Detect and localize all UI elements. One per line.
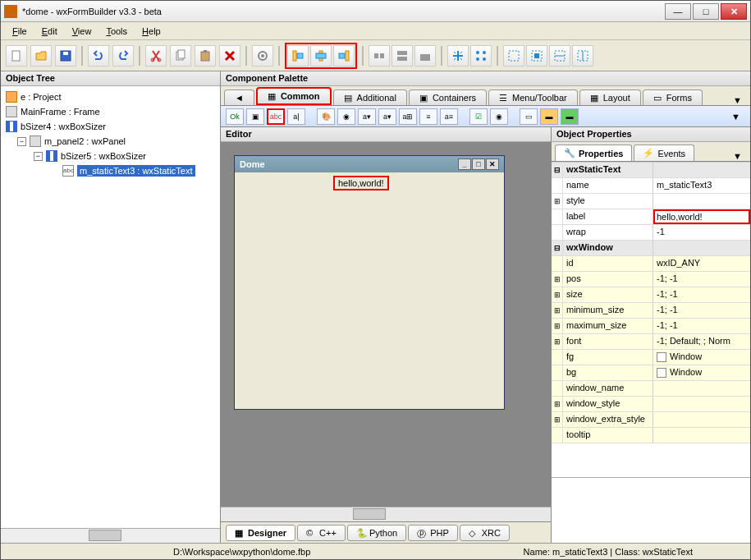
tree-node-frame[interactable]: MainFrame : Frame bbox=[2, 104, 218, 119]
layout-btn-3[interactable] bbox=[414, 45, 436, 67]
form-body[interactable]: hello,world! bbox=[235, 172, 504, 409]
form-min-icon[interactable]: _ bbox=[458, 158, 471, 170]
tab-designer[interactable]: ▦Designer bbox=[226, 525, 295, 541]
prop-fg-value[interactable]: Window bbox=[653, 350, 750, 365]
tree-hscrollbar[interactable] bbox=[1, 528, 220, 543]
copy-button[interactable] bbox=[170, 45, 191, 67]
tree-node-panel2[interactable]: −m_panel2 : wxPanel bbox=[2, 134, 218, 149]
layout-btn-1[interactable] bbox=[369, 45, 390, 67]
tab-cpp[interactable]: ©C++ bbox=[297, 525, 346, 541]
prop-id-value[interactable]: wxID_ANY bbox=[653, 256, 750, 271]
pal-more[interactable]: ▼ bbox=[726, 112, 745, 122]
editor-hscrollbar[interactable] bbox=[221, 507, 551, 521]
pal-btn-textctrl[interactable]: a| bbox=[287, 108, 305, 125]
prop-tooltip-value[interactable] bbox=[653, 428, 750, 443]
prop-style-value[interactable] bbox=[653, 194, 750, 209]
property-grid[interactable]: ⊟wxStaticText namem_staticText3 ⊞style l… bbox=[552, 162, 750, 477]
pal-btn-8[interactable]: a⊞ bbox=[399, 108, 417, 125]
undo-button[interactable] bbox=[88, 45, 109, 67]
tab-common[interactable]: ▦Common bbox=[256, 87, 332, 105]
prop-wextra-value[interactable] bbox=[653, 412, 750, 427]
expand-icon[interactable]: ⊞ bbox=[552, 194, 563, 209]
new-button[interactable] bbox=[6, 45, 27, 67]
tab-layout[interactable]: ▦Layout bbox=[579, 90, 641, 105]
tab-python[interactable]: 🐍Python bbox=[347, 525, 406, 541]
pal-btn-12[interactable]: ◉ bbox=[490, 108, 508, 125]
prop-min-value[interactable]: -1; -1 bbox=[653, 303, 750, 318]
save-button[interactable] bbox=[55, 45, 76, 67]
pal-btn-bitmap[interactable]: ▣ bbox=[246, 108, 264, 125]
form-window[interactable]: Dome _ □ ✕ hello,world! bbox=[234, 155, 505, 410]
pal-btn-7[interactable]: a▾ bbox=[378, 108, 396, 125]
menu-file[interactable]: FFileile bbox=[6, 25, 34, 38]
border-btn-2[interactable] bbox=[526, 45, 547, 67]
align-right-button[interactable] bbox=[333, 45, 355, 67]
align-center-button[interactable] bbox=[310, 45, 332, 67]
prop-wrap-value[interactable]: -1 bbox=[653, 225, 750, 240]
prop-wstyle-value[interactable] bbox=[653, 397, 750, 411]
tab-events[interactable]: ⚡Events bbox=[634, 145, 694, 161]
pal-btn-4[interactable]: 🎨 bbox=[317, 108, 335, 125]
tree-node-sizer5[interactable]: −bSizer5 : wxBoxSizer bbox=[2, 149, 218, 163]
close-button[interactable]: ✕ bbox=[721, 3, 747, 20]
tab-xrc[interactable]: ◇XRC bbox=[460, 525, 510, 541]
border-btn-4[interactable] bbox=[572, 45, 593, 67]
expand-icon[interactable]: ⊞ bbox=[552, 303, 563, 318]
tree-node-project[interactable]: e : Project bbox=[2, 90, 218, 104]
menu-view[interactable]: View bbox=[66, 25, 98, 38]
prop-name-value[interactable]: m_staticText3 bbox=[653, 178, 750, 193]
expand-btn-1[interactable] bbox=[447, 45, 469, 67]
maximize-button[interactable]: □ bbox=[693, 3, 719, 20]
open-button[interactable] bbox=[30, 45, 52, 67]
delete-button[interactable] bbox=[219, 45, 240, 67]
pal-btn-ok[interactable]: Ok bbox=[226, 108, 244, 125]
cut-button[interactable] bbox=[145, 45, 167, 67]
paste-button[interactable] bbox=[195, 45, 216, 67]
tab-back[interactable]: ◄ bbox=[224, 90, 254, 105]
prop-font-value[interactable]: -1; Default; ; Norm bbox=[653, 334, 750, 349]
tab-properties[interactable]: 🔧Properties bbox=[555, 145, 632, 161]
border-btn-3[interactable] bbox=[549, 45, 570, 67]
expand-icon[interactable]: ⊞ bbox=[552, 412, 563, 427]
collapse-icon[interactable]: − bbox=[34, 152, 43, 161]
prop-bg-value[interactable]: Window bbox=[653, 365, 750, 380]
collapse-icon[interactable]: ⊟ bbox=[552, 163, 563, 177]
prop-label-value[interactable]: hello,world! bbox=[653, 209, 750, 224]
tab-additional[interactable]: ▤Additional bbox=[333, 90, 407, 105]
align-left-button[interactable] bbox=[287, 45, 309, 67]
form-max-icon[interactable]: □ bbox=[472, 158, 485, 170]
expand-icon[interactable]: ⊞ bbox=[552, 287, 563, 302]
pal-btn-13[interactable]: ▭ bbox=[520, 108, 538, 125]
pal-btn-14[interactable]: ▬ bbox=[540, 108, 558, 125]
object-tree[interactable]: e : Project MainFrame : Frame bSizer4 : … bbox=[1, 86, 220, 528]
prop-max-value[interactable]: -1; -1 bbox=[653, 319, 750, 333]
settings-button[interactable] bbox=[252, 45, 273, 67]
tree-node-sizer4[interactable]: bSizer4 : wxBoxSizer bbox=[2, 119, 218, 134]
layout-btn-2[interactable] bbox=[392, 45, 413, 67]
static-text-control[interactable]: hello,world! bbox=[333, 176, 389, 190]
prop-size-value[interactable]: -1; -1 bbox=[653, 287, 750, 302]
pal-btn-11[interactable]: ☑ bbox=[469, 108, 488, 125]
menu-edit[interactable]: Edit bbox=[35, 25, 64, 38]
menu-tools[interactable]: Tools bbox=[99, 25, 134, 38]
proptab-more[interactable]: ▼ bbox=[728, 151, 747, 161]
tab-containers[interactable]: ▣Containers bbox=[409, 90, 487, 105]
collapse-icon[interactable]: − bbox=[17, 137, 26, 146]
expand-icon[interactable]: ⊞ bbox=[552, 319, 563, 333]
pal-btn-15[interactable]: ▬ bbox=[561, 108, 579, 125]
prop-wname-value[interactable] bbox=[653, 381, 750, 396]
expand-icon[interactable]: ⊞ bbox=[552, 334, 563, 349]
menu-help[interactable]: Help bbox=[135, 25, 167, 38]
pal-btn-10[interactable]: a≡ bbox=[440, 108, 458, 125]
collapse-icon[interactable]: ⊟ bbox=[552, 241, 563, 255]
expand-icon[interactable]: ⊞ bbox=[552, 272, 563, 287]
tab-more[interactable]: ▼ bbox=[728, 95, 747, 105]
prop-pos-value[interactable]: -1; -1 bbox=[653, 272, 750, 287]
tab-php[interactable]: ⓟPHP bbox=[408, 525, 458, 541]
pal-btn-6[interactable]: a▾ bbox=[358, 108, 376, 125]
minimize-button[interactable]: — bbox=[665, 3, 691, 20]
expand-btn-2[interactable] bbox=[470, 45, 492, 67]
expand-icon[interactable]: ⊞ bbox=[552, 397, 563, 411]
redo-button[interactable] bbox=[112, 45, 134, 67]
pal-btn-9[interactable]: ≡ bbox=[419, 108, 437, 125]
